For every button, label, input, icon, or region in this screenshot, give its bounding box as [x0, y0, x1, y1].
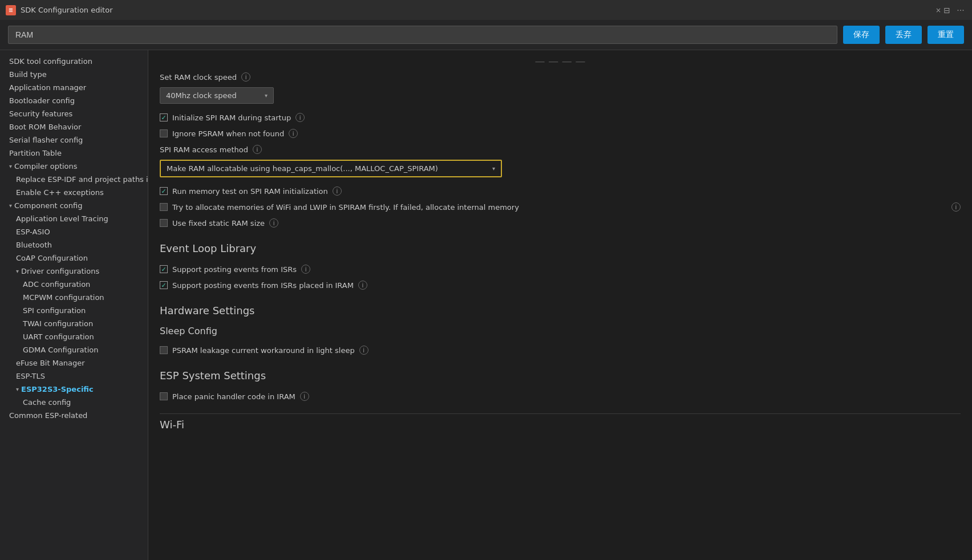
- sidebar-item-build-type[interactable]: Build type: [0, 68, 148, 81]
- use-fixed-static-ram-row: Use fixed static RAM size i: [160, 215, 961, 231]
- place-panic-handler-info-icon[interactable]: i: [300, 392, 309, 401]
- spi-ram-access-dropdown-label: Make RAM allocatable using heap_caps_mal…: [167, 164, 488, 173]
- set-ram-clock-speed-label: Set RAM clock speed: [160, 73, 237, 82]
- sidebar-item-serial-flasher-config[interactable]: Serial flasher config: [0, 133, 148, 147]
- run-memory-test-row: Run memory test on SPI RAM initializatio…: [160, 183, 961, 199]
- sidebar-item-coap-config[interactable]: CoAP Configuration: [0, 251, 148, 265]
- use-fixed-static-ram-info-icon[interactable]: i: [269, 218, 278, 228]
- sidebar-item-replace-esp-idf[interactable]: Replace ESP-IDF and project paths in bin…: [0, 173, 148, 186]
- minimize-button[interactable]: ⊟: [941, 5, 953, 16]
- sidebar-item-common-esp-related[interactable]: Common ESP-related: [0, 409, 148, 422]
- sidebar-item-adc-config[interactable]: ADC configuration: [0, 278, 148, 291]
- sidebar-item-esp-asio[interactable]: ESP-ASIO: [0, 225, 148, 238]
- ignore-psram-row: Ignore PSRAM when not found i: [160, 125, 961, 141]
- expand-arrow-component-config: ▾: [9, 202, 12, 209]
- run-memory-test-checkbox[interactable]: [160, 187, 168, 195]
- support-posting-isr-iram-row: Support posting events from ISRs placed …: [160, 277, 961, 293]
- place-panic-handler-label: Place panic handler code in IRAM: [172, 392, 295, 401]
- wifi-label: Wi-Fi: [160, 413, 961, 431]
- init-spi-ram-checkbox[interactable]: [160, 113, 168, 121]
- expand-arrow-compiler-options: ▾: [9, 163, 12, 169]
- sidebar: SDK tool configuration Build type Applic…: [0, 50, 148, 560]
- sidebar-item-gdma-config[interactable]: GDMA Configuration: [0, 343, 148, 356]
- set-ram-clock-speed-info-icon[interactable]: i: [241, 72, 250, 82]
- window-controls: ⊟ ···: [941, 5, 966, 16]
- spi-ram-access-info-icon[interactable]: i: [253, 145, 262, 154]
- clock-speed-dropdown[interactable]: 40Mhz clock speed ▾: [160, 87, 274, 104]
- psram-leakage-checkbox[interactable]: [160, 346, 168, 354]
- init-spi-ram-info-icon[interactable]: i: [295, 113, 305, 122]
- sidebar-item-uart-config[interactable]: UART configuration: [0, 330, 148, 343]
- sidebar-item-enable-cpp[interactable]: Enable C++ exceptions: [0, 186, 148, 199]
- init-spi-ram-row: Initialize SPI RAM during startup i: [160, 109, 961, 125]
- sidebar-item-sdk-tool-config[interactable]: SDK tool configuration: [0, 55, 148, 68]
- sidebar-item-efuse-bit-manager[interactable]: eFuse Bit Manager: [0, 356, 148, 370]
- sidebar-item-bootloader-config[interactable]: Bootloader config: [0, 94, 148, 107]
- psram-leakage-label: PSRAM leakage current workaround in ligh…: [172, 346, 355, 355]
- psram-leakage-row: PSRAM leakage current workaround in ligh…: [160, 342, 961, 358]
- sidebar-item-app-level-tracing[interactable]: Application Level Tracing: [0, 212, 148, 225]
- use-fixed-static-ram-label: Use fixed static RAM size: [172, 219, 265, 228]
- sidebar-item-driver-configs[interactable]: ▾ Driver configurations: [0, 265, 148, 278]
- ignore-psram-checkbox[interactable]: [160, 129, 168, 137]
- expand-arrow-driver-configs: ▾: [16, 268, 19, 274]
- support-posting-isr-iram-info-icon[interactable]: i: [358, 281, 367, 290]
- esp-system-settings-title: ESP System Settings: [160, 370, 961, 382]
- support-posting-isr-row: Support posting events from ISRs i: [160, 261, 961, 277]
- sleep-config-title: Sleep Config: [160, 326, 961, 336]
- spi-ram-access-dropdown-arrow: ▾: [492, 165, 495, 172]
- ignore-psram-info-icon[interactable]: i: [289, 129, 298, 138]
- sidebar-item-twai-config[interactable]: TWAI configuration: [0, 317, 148, 330]
- sidebar-item-esp32s3-specific[interactable]: ▾ ESP32S3-Specific: [0, 383, 148, 396]
- clock-speed-dropdown-container: 40Mhz clock speed ▾: [160, 87, 961, 104]
- allocate-wifi-lwip-info-icon[interactable]: i: [951, 202, 961, 212]
- place-panic-handler-checkbox[interactable]: [160, 392, 168, 400]
- init-spi-ram-label: Initialize SPI RAM during startup: [172, 113, 291, 122]
- toolbar: 保存 丢弃 重置: [0, 20, 972, 50]
- titlebar: ≡ SDK Configuration editor × ⊟ ···: [0, 0, 972, 20]
- run-memory-test-label: Run memory test on SPI RAM initializatio…: [172, 187, 328, 196]
- spi-ram-access-row: SPI RAM access method i: [160, 141, 961, 157]
- spi-ram-access-label: SPI RAM access method: [160, 145, 248, 154]
- support-posting-isr-info-icon[interactable]: i: [301, 265, 310, 274]
- support-posting-isr-label: Support posting events from ISRs: [172, 265, 297, 274]
- allocate-wifi-lwip-checkbox[interactable]: [160, 203, 168, 211]
- sidebar-item-mcpwm-config[interactable]: MCPWM configuration: [0, 291, 148, 304]
- expand-arrow-esp32s3-specific: ▾: [16, 386, 19, 392]
- clock-speed-dropdown-label: 40Mhz clock speed: [166, 91, 260, 100]
- allocate-wifi-lwip-row: Try to allocate memories of WiFi and LWI…: [160, 199, 961, 215]
- set-ram-clock-speed-row: Set RAM clock speed i: [160, 69, 961, 85]
- allocate-wifi-lwip-label: Try to allocate memories of WiFi and LWI…: [172, 203, 947, 212]
- sidebar-item-cache-config[interactable]: Cache config: [0, 396, 148, 409]
- psram-leakage-info-icon[interactable]: i: [359, 346, 368, 355]
- sidebar-item-partition-table[interactable]: Partition Table: [0, 147, 148, 160]
- support-posting-isr-iram-checkbox[interactable]: [160, 281, 168, 289]
- sidebar-item-app-manager[interactable]: Application manager: [0, 81, 148, 94]
- sidebar-item-compiler-options[interactable]: ▾ Compiler options: [0, 160, 148, 173]
- event-loop-title: Event Loop Library: [160, 242, 961, 254]
- sidebar-item-esp-tls[interactable]: ESP-TLS: [0, 370, 148, 383]
- use-fixed-static-ram-checkbox[interactable]: [160, 219, 168, 227]
- ignore-psram-label: Ignore PSRAM when not found: [172, 129, 284, 138]
- sidebar-item-security-features[interactable]: Security features: [0, 107, 148, 120]
- reset-button[interactable]: 重置: [928, 26, 964, 44]
- run-memory-test-info-icon[interactable]: i: [333, 186, 342, 196]
- spi-ram-access-dropdown[interactable]: Make RAM allocatable using heap_caps_mal…: [160, 160, 502, 177]
- sidebar-item-component-config[interactable]: ▾ Component config: [0, 199, 148, 212]
- close-tab-button[interactable]: ×: [935, 6, 941, 14]
- clock-speed-dropdown-arrow: ▾: [265, 92, 268, 99]
- main-layout: SDK tool configuration Build type Applic…: [0, 50, 972, 560]
- support-posting-isr-iram-label: Support posting events from ISRs placed …: [172, 281, 354, 290]
- more-button[interactable]: ···: [955, 5, 966, 16]
- titlebar-title: SDK Configuration editor: [21, 6, 932, 14]
- search-input[interactable]: [8, 26, 837, 44]
- sidebar-item-bluetooth[interactable]: Bluetooth: [0, 238, 148, 251]
- sidebar-item-spi-config[interactable]: SPI configuration: [0, 304, 148, 317]
- app-icon: ≡: [6, 5, 16, 15]
- support-posting-isr-checkbox[interactable]: [160, 265, 168, 273]
- discard-button[interactable]: 丢弃: [885, 26, 922, 44]
- hardware-settings-title: Hardware Settings: [160, 305, 961, 316]
- save-button[interactable]: 保存: [843, 26, 880, 44]
- place-panic-handler-row: Place panic handler code in IRAM i: [160, 388, 961, 404]
- sidebar-item-boot-rom-behavior[interactable]: Boot ROM Behavior: [0, 120, 148, 133]
